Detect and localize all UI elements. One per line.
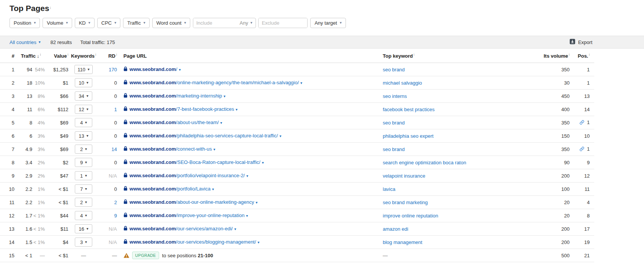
top-keyword-link[interactable]: search engine optimization boca raton: [383, 160, 466, 165]
page-url-path-link[interactable]: /connect-with-us: [176, 146, 212, 152]
url-options-caret[interactable]: ▾: [212, 187, 214, 191]
page-url-domain-link[interactable]: www.seobrand.com: [129, 106, 176, 112]
rd-cell[interactable]: 9: [99, 209, 117, 222]
column-header-value[interactable]: Valuei: [45, 49, 68, 63]
top-keyword-link[interactable]: seo interns: [383, 93, 407, 99]
page-url-path-link[interactable]: /improve-your-online-reputation: [176, 212, 245, 218]
top-keyword-link[interactable]: lavica: [383, 186, 395, 192]
column-header-top-keyword[interactable]: Top keywordi: [383, 49, 542, 63]
url-options-caret[interactable]: ▾: [224, 94, 226, 98]
filter-word-count-dropdown[interactable]: Word count▾: [152, 18, 190, 28]
page-url-domain-link[interactable]: www.seobrand.com: [129, 239, 176, 245]
url-options-caret[interactable]: ▾: [234, 227, 236, 231]
top-keyword-link[interactable]: seo brand: [383, 67, 405, 72]
top-keyword-link[interactable]: seo brand marketing: [383, 200, 428, 205]
url-options-caret[interactable]: ▾: [246, 174, 248, 178]
page-url-domain-link[interactable]: www.seobrand.com: [129, 133, 176, 138]
exclude-input[interactable]: [259, 18, 307, 28]
keywords-dropdown[interactable]: 4▾: [75, 118, 92, 127]
top-keyword-link[interactable]: velapoint insurance: [383, 173, 425, 179]
page-url-path-link[interactable]: /: [176, 66, 177, 72]
rd-cell[interactable]: 2: [99, 196, 117, 209]
url-options-caret[interactable]: ▾: [262, 161, 264, 165]
filter-volume-dropdown[interactable]: Volume▾: [43, 18, 72, 28]
page-url-path-link[interactable]: /our-services/blogging-management/: [176, 239, 256, 245]
page-url-domain-link[interactable]: www.seobrand.com: [129, 120, 176, 125]
top-keyword-link[interactable]: amazon edi: [383, 226, 408, 232]
keywords-dropdown[interactable]: 13▾: [75, 131, 92, 140]
page-url-domain-link[interactable]: www.seobrand.com: [129, 199, 176, 205]
lock-icon: [123, 199, 128, 205]
page-url-path-link[interactable]: /7-best-facebook-practices: [176, 106, 234, 112]
top-keyword-link[interactable]: improve online reputation: [383, 213, 438, 219]
page-url-domain-link[interactable]: www.seobrand.com: [129, 173, 176, 178]
top-keyword-link[interactable]: seo brand: [383, 146, 405, 152]
url-options-caret[interactable]: ▾: [256, 200, 257, 205]
keywords-dropdown[interactable]: 110▾: [74, 65, 93, 74]
top-keyword-link[interactable]: blog management: [383, 239, 422, 245]
page-url-path-link[interactable]: /SEO-Boca-Raton-capture-local-traffic/: [176, 159, 260, 165]
url-options-caret[interactable]: ▾: [179, 68, 181, 72]
column-header-its-volume[interactable]: Its volumei: [542, 49, 570, 63]
page-url-path-link[interactable]: /marketing-internship: [176, 93, 222, 99]
page-url-domain-link[interactable]: www.seobrand.com: [129, 159, 176, 165]
page-url-path-link[interactable]: /about-our-online-marketing-agency: [176, 199, 254, 205]
keywords-dropdown[interactable]: 1▾: [75, 171, 92, 180]
keywords-dropdown[interactable]: 4▾: [75, 211, 92, 220]
column-header-rd[interactable]: RDi: [99, 49, 117, 63]
url-options-caret[interactable]: ▾: [279, 134, 281, 138]
page-url-path-link[interactable]: /philadelphia-seo-services-capture-local…: [176, 133, 278, 138]
top-keyword-link[interactable]: seo brand: [383, 120, 405, 126]
upgrade-badge[interactable]: UPGRADE: [132, 252, 159, 259]
url-options-caret[interactable]: ▾: [220, 121, 222, 125]
filter-kd-dropdown[interactable]: KD▾: [75, 18, 95, 28]
page-url-domain-link[interactable]: www.seobrand.com: [129, 186, 176, 192]
keywords-dropdown[interactable]: 9▾: [75, 158, 92, 167]
url-options-caret[interactable]: ▾: [236, 107, 238, 112]
url-options-caret[interactable]: ▾: [300, 81, 302, 85]
page-url-path-link[interactable]: /portfolio/Lavica: [176, 186, 210, 192]
top-keyword-link[interactable]: philadelphia seo expert: [383, 133, 434, 139]
keywords-dropdown[interactable]: 16▾: [75, 224, 92, 233]
page-url-domain-link[interactable]: www.seobrand.com: [129, 80, 176, 85]
url-options-caret[interactable]: ▾: [257, 240, 259, 244]
page-url-domain-link[interactable]: www.seobrand.com: [129, 146, 176, 152]
page-url-path-link[interactable]: /portfolio/velapoint-insurance-2/: [176, 173, 245, 178]
column-header-pos[interactable]: Pos.i: [570, 49, 594, 63]
keywords-dropdown[interactable]: 10▾: [75, 78, 92, 87]
rd-cell[interactable]: 1: [99, 103, 117, 116]
top-keyword-link[interactable]: facebook best practices: [383, 107, 435, 112]
rd-cell[interactable]: 14: [99, 143, 117, 156]
rd-cell[interactable]: 170: [99, 63, 117, 76]
page-url-path-link[interactable]: /about-us/the-team/: [176, 120, 219, 125]
link-icon[interactable]: [579, 120, 584, 126]
page-url-domain-link[interactable]: www.seobrand.com: [129, 66, 176, 72]
url-options-caret[interactable]: ▾: [246, 214, 248, 218]
page-url-domain-link[interactable]: www.seobrand.com: [129, 93, 176, 99]
keywords-dropdown[interactable]: 34▾: [75, 91, 92, 101]
keywords-dropdown[interactable]: 2▾: [75, 145, 92, 154]
chevron-down-icon: ▾: [85, 187, 87, 191]
page-url-path-link[interactable]: /online-marketing-agency/the-team/michae…: [176, 80, 299, 85]
column-header-page-url[interactable]: Page URL: [117, 49, 383, 63]
keywords-dropdown[interactable]: 2▾: [75, 198, 92, 207]
country-selector[interactable]: All countries▾: [9, 39, 41, 45]
filter-cpc-dropdown[interactable]: CPC▾: [97, 18, 120, 28]
include-mode-dropdown[interactable]: Any▾: [238, 20, 256, 26]
page-url-path-link[interactable]: /our-services/amazon-edi/: [176, 226, 233, 231]
keywords-dropdown[interactable]: 7▾: [75, 184, 92, 194]
url-options-caret[interactable]: ▾: [213, 147, 215, 151]
target-dropdown[interactable]: Any target▾: [310, 18, 346, 28]
filter-traffic-dropdown[interactable]: Traffic▾: [123, 18, 149, 28]
export-button[interactable]: Export: [570, 39, 592, 46]
page-url-domain-link[interactable]: www.seobrand.com: [129, 226, 176, 231]
page-url-domain-link[interactable]: www.seobrand.com: [129, 212, 176, 218]
link-icon[interactable]: [579, 146, 584, 153]
column-header-traffic[interactable]: Traffic↓i: [14, 49, 45, 63]
keywords-dropdown[interactable]: 3▾: [75, 238, 92, 247]
filter-position-dropdown[interactable]: Position▾: [9, 18, 40, 28]
top-keyword-link[interactable]: michael salvaggio: [383, 80, 422, 86]
include-input[interactable]: [193, 18, 238, 28]
keywords-dropdown[interactable]: 12▾: [75, 105, 92, 114]
column-header-keywords[interactable]: Keywordsi: [68, 49, 99, 63]
